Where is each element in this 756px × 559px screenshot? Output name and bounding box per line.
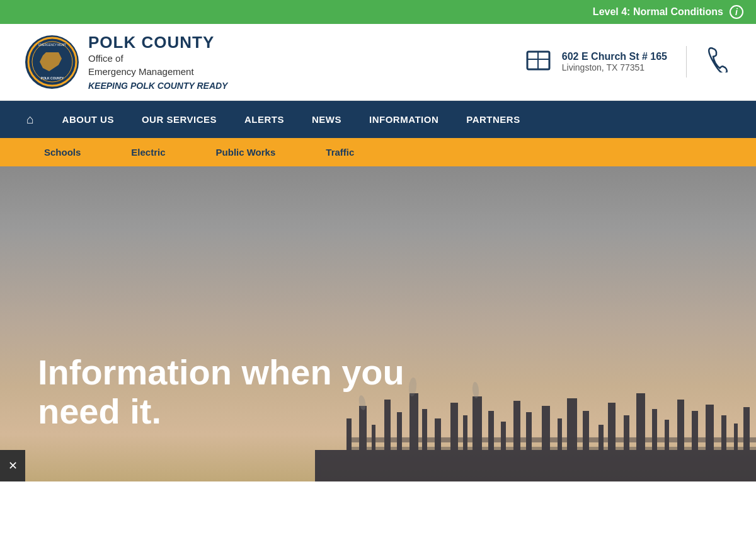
subnav-schools[interactable]: Schools	[19, 138, 106, 166]
org-name: POLK COUNTY	[88, 33, 227, 52]
svg-rect-39	[346, 437, 756, 442]
org-tagline: KEEPING POLK COUNTY READY	[88, 81, 227, 91]
subnav-public-works[interactable]: Public Works	[191, 138, 301, 166]
bottom-bar-element: ✕	[0, 450, 25, 481]
nav-services[interactable]: OUR SERVICES	[128, 103, 231, 136]
logo-text: POLK COUNTY Office of Emergency Manageme…	[88, 33, 227, 91]
nav-information[interactable]: INFORMATION	[355, 103, 452, 136]
header-divider	[686, 46, 687, 78]
org-subtitle: Office of Emergency Management	[88, 52, 227, 78]
subnav-electric[interactable]: Electric	[106, 138, 190, 166]
nav-home[interactable]: ⌂	[13, 101, 49, 138]
hero-heading-line2: need it.	[38, 391, 161, 431]
main-nav: ⌂ ABOUT US OUR SERVICES ALERTS NEWS INFO…	[0, 101, 756, 138]
hero-section: Information when you need it. ✕	[0, 166, 756, 481]
svg-text:POLK COUNTY: POLK COUNTY	[40, 76, 64, 80]
header-right: 602 E Church St # 165 Livingston, TX 773…	[524, 46, 731, 78]
subnav-traffic[interactable]: Traffic	[301, 138, 379, 166]
phone-icon[interactable]	[706, 47, 731, 77]
nav-partners[interactable]: PARTNERS	[452, 103, 534, 136]
nav-alerts[interactable]: ALERTS	[231, 103, 298, 136]
logo-seal: POLK COUNTY EMERGENCY MGMT	[25, 35, 79, 89]
address-line2: Livingston, TX 77351	[562, 62, 667, 72]
svg-rect-38	[315, 450, 756, 481]
sub-nav: Schools Electric Public Works Traffic	[0, 138, 756, 166]
address-line1: 602 E Church St # 165	[562, 51, 667, 62]
svg-text:EMERGENCY MGMT: EMERGENCY MGMT	[38, 43, 66, 47]
address-area: 602 E Church St # 165 Livingston, TX 773…	[524, 47, 667, 78]
header: POLK COUNTY EMERGENCY MGMT POLK COUNTY O…	[0, 24, 756, 101]
nav-about[interactable]: ABOUT US	[49, 103, 128, 136]
nav-news[interactable]: NEWS	[298, 103, 355, 136]
hero-text: Information when you need it.	[38, 353, 404, 430]
logo-area: POLK COUNTY EMERGENCY MGMT POLK COUNTY O…	[25, 33, 227, 91]
map-icon	[524, 47, 553, 78]
svg-rect-40	[346, 447, 756, 450]
home-icon: ⌂	[26, 112, 35, 126]
hero-heading-line1: Information when you	[38, 352, 404, 392]
address-text: 602 E Church St # 165 Livingston, TX 773…	[562, 51, 667, 72]
svg-point-43	[472, 381, 479, 398]
info-icon[interactable]: i	[730, 5, 743, 19]
alert-bar: Level 4: Normal Conditions i	[0, 0, 756, 24]
alert-text: Level 4: Normal Conditions	[593, 6, 723, 18]
